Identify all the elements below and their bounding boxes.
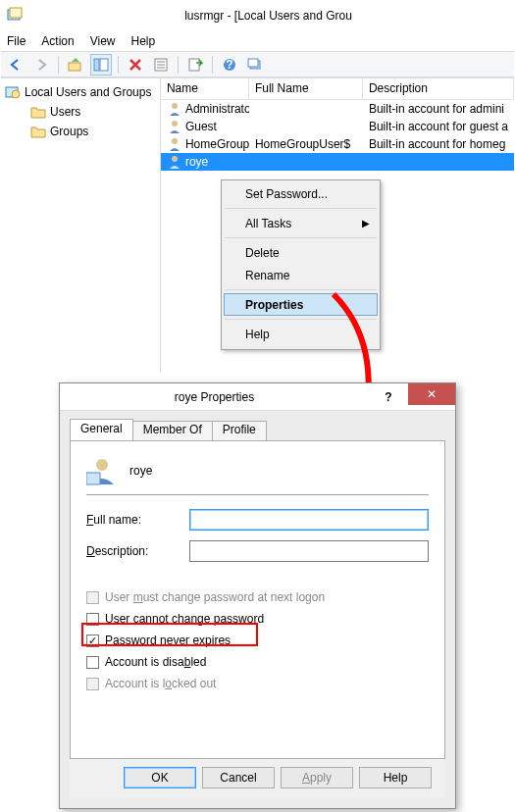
- cancel-button[interactable]: Cancel: [202, 767, 275, 788]
- new-window-button[interactable]: [244, 54, 266, 76]
- svg-point-18: [172, 138, 178, 144]
- svg-point-16: [172, 103, 178, 109]
- titlebar-close-button[interactable]: ✕: [408, 383, 455, 405]
- up-button[interactable]: [65, 54, 86, 76]
- submenu-arrow-icon: ▶: [362, 218, 370, 228]
- menu-file[interactable]: File: [7, 34, 26, 48]
- titlebar-help-button[interactable]: ?: [369, 386, 408, 408]
- check-locked-out-label: Account is locked out: [105, 677, 216, 690]
- ok-button[interactable]: OK: [124, 767, 196, 788]
- export-list-button[interactable]: [184, 54, 206, 76]
- ok-button-label: OK: [151, 771, 168, 785]
- properties-button[interactable]: [150, 54, 172, 76]
- console-tree: Local Users and Groups Users Groups: [1, 78, 161, 372]
- ctx-all-tasks[interactable]: All Tasks▶: [224, 212, 378, 234]
- dialog-button-row: OK Cancel Apply Help: [70, 759, 445, 798]
- help-button-label: Help: [384, 771, 408, 785]
- tab-pane-general: roye Full name: Description: User must c…: [70, 440, 445, 759]
- delete-button[interactable]: [125, 54, 146, 76]
- properties-titlebar: roye Properties ? ✕: [60, 383, 455, 411]
- tree-groups-label: Groups: [50, 125, 88, 138]
- svg-point-15: [12, 90, 20, 98]
- user-icon: [167, 101, 182, 117]
- fullname-row: Full name:: [86, 509, 429, 531]
- svg-rect-1: [10, 8, 22, 18]
- user-row-homegroup[interactable]: HomeGroup... HomeGroupUser$ Built-in acc…: [161, 135, 514, 153]
- checkbox-icon: [86, 678, 99, 690]
- close-icon: ✕: [427, 387, 437, 401]
- check-never-expires[interactable]: Password never expires: [86, 631, 429, 650]
- svg-rect-3: [94, 59, 99, 71]
- tab-general-label: General: [80, 422, 123, 435]
- svg-rect-13: [248, 59, 258, 67]
- col-fullname[interactable]: Full Name: [249, 78, 363, 99]
- tab-profile[interactable]: Profile: [212, 421, 267, 440]
- tab-profile-label: Profile: [223, 423, 256, 436]
- cell-name: Administrator: [185, 102, 249, 116]
- help-icon: ?: [385, 390, 391, 404]
- cell-name: roye: [185, 155, 208, 169]
- user-row-administrator[interactable]: Administrator Built-in account for admin…: [161, 100, 514, 118]
- menu-view[interactable]: View: [90, 34, 116, 48]
- user-row-roye[interactable]: roye: [161, 153, 514, 171]
- ctx-properties-label: Properties: [245, 298, 303, 312]
- help-button[interactable]: Help: [359, 767, 432, 788]
- toolbar-separator: [212, 56, 213, 74]
- check-disabled[interactable]: Account is disabled: [86, 652, 429, 672]
- description-input[interactable]: [189, 540, 429, 562]
- username-label: roye: [129, 464, 152, 478]
- ctx-delete[interactable]: Delete: [224, 241, 378, 264]
- fullname-label: Full name:: [86, 513, 189, 527]
- check-never-expires-label: Password never expires: [105, 634, 231, 647]
- user-row-guest[interactable]: Guest Built-in account for guest a: [161, 118, 514, 135]
- toolbar-separator: [58, 56, 59, 74]
- svg-point-19: [172, 156, 178, 162]
- apply-button: Apply: [281, 767, 353, 788]
- ctx-rename[interactable]: Rename: [224, 264, 378, 286]
- help-button[interactable]: ?: [219, 54, 240, 76]
- context-menu: Set Password... All Tasks▶ Delete Rename…: [221, 179, 381, 350]
- user-icon: [167, 154, 182, 170]
- ctx-separator: [225, 319, 377, 320]
- large-user-icon: [86, 455, 118, 486]
- check-disabled-label: Account is disabled: [105, 655, 206, 669]
- menu-help[interactable]: Help: [131, 34, 156, 48]
- cell-desc: Built-in account for homeg: [369, 137, 505, 151]
- user-icon: [167, 119, 182, 134]
- back-button[interactable]: [5, 54, 26, 76]
- col-name[interactable]: Name: [161, 78, 249, 99]
- checkbox-icon: [86, 613, 99, 626]
- checkbox-icon: [86, 634, 99, 647]
- ctx-set-password[interactable]: Set Password...: [224, 182, 378, 205]
- tree-children: Users Groups: [28, 102, 158, 141]
- ctx-separator: [225, 237, 377, 238]
- svg-rect-9: [189, 59, 199, 71]
- check-cannot-change[interactable]: User cannot change password: [86, 609, 429, 629]
- ctx-separator: [225, 289, 377, 290]
- ctx-help[interactable]: Help: [224, 323, 378, 345]
- check-cannot-change-label: User cannot change password: [105, 612, 264, 626]
- svg-point-20: [96, 459, 108, 471]
- properties-body: General Member Of Profile roye Full name…: [60, 411, 455, 808]
- col-description[interactable]: Description: [363, 78, 514, 99]
- tab-member-of[interactable]: Member Of: [132, 421, 213, 440]
- forward-button: [30, 54, 52, 76]
- menu-action[interactable]: Action: [41, 34, 74, 48]
- checkbox-icon: [86, 591, 99, 604]
- show-hide-console-tree-button[interactable]: [90, 54, 112, 76]
- cell-name: HomeGroup...: [185, 137, 249, 151]
- properties-title: roye Properties: [60, 390, 369, 404]
- description-label: Description:: [86, 544, 189, 558]
- tree-users[interactable]: Users: [28, 102, 158, 122]
- tab-general[interactable]: General: [70, 419, 133, 440]
- svg-point-17: [172, 121, 178, 127]
- tree-groups[interactable]: Groups: [28, 122, 158, 141]
- fullname-input[interactable]: [189, 509, 429, 531]
- cell-name: Guest: [185, 120, 217, 133]
- properties-dialog: roye Properties ? ✕ General Member Of Pr…: [59, 382, 456, 809]
- toolbar-separator: [118, 56, 119, 74]
- ctx-properties[interactable]: Properties: [224, 293, 378, 316]
- tree-root[interactable]: Local Users and Groups: [3, 82, 158, 102]
- description-row: Description:: [86, 540, 429, 562]
- cell-desc: Built-in account for admini: [369, 102, 504, 116]
